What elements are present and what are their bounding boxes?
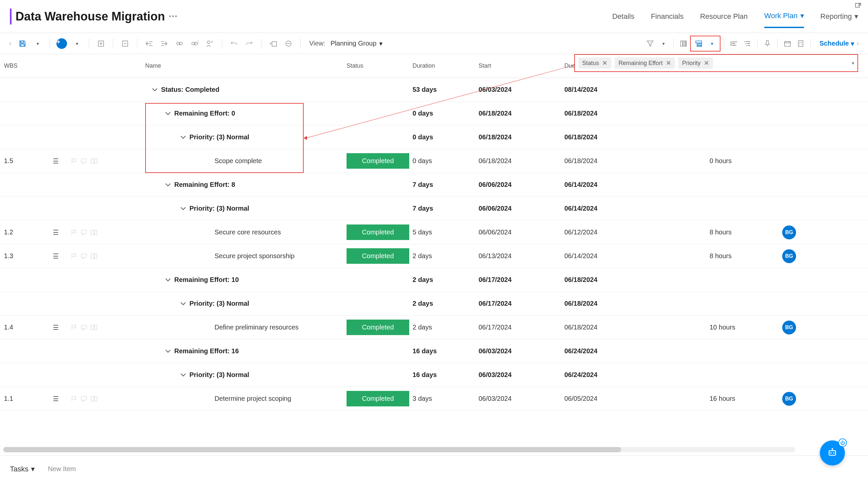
cell-start: 06/17/2024 bbox=[478, 324, 564, 331]
cell-status: Completed bbox=[346, 248, 412, 264]
milestone-button[interactable] bbox=[282, 37, 295, 50]
menu-icon[interactable]: ☰ bbox=[53, 252, 59, 260]
col-duration[interactable]: Duration bbox=[412, 62, 478, 69]
table-row[interactable]: 1.2☰Secure core resourcesCompleted5 days… bbox=[0, 220, 868, 244]
group-row[interactable]: Priority: (3) Normal2 days06/17/202406/1… bbox=[0, 292, 868, 315]
chevron-down-icon[interactable] bbox=[180, 207, 186, 211]
cell-duration: 0 days bbox=[412, 133, 478, 141]
cell-due: 06/18/2024 bbox=[564, 324, 710, 331]
col-wbs[interactable]: WBS bbox=[0, 62, 53, 69]
menu-icon[interactable]: ☰ bbox=[53, 157, 59, 165]
close-icon[interactable]: ✕ bbox=[666, 59, 671, 67]
view-select[interactable]: Planning Group▾ bbox=[331, 40, 382, 48]
group-row[interactable]: Remaining Effort: 102 days06/17/202406/1… bbox=[0, 268, 868, 292]
menu-icon[interactable]: ☰ bbox=[53, 229, 59, 236]
group-by-button[interactable] bbox=[692, 37, 705, 50]
calculator-button[interactable] bbox=[794, 37, 807, 50]
more-icon[interactable]: ••• bbox=[169, 12, 178, 20]
avatar[interactable]: BG bbox=[782, 225, 796, 239]
chevron-down-icon[interactable] bbox=[180, 135, 186, 139]
add-box-button[interactable] bbox=[94, 37, 107, 50]
svg-rect-52 bbox=[81, 325, 87, 329]
chip-remaining-effort[interactable]: Remaining Effort✕ bbox=[615, 57, 675, 69]
indent-button[interactable] bbox=[158, 37, 171, 50]
chevron-down-icon[interactable] bbox=[180, 302, 186, 306]
cell-status: Completed bbox=[346, 391, 412, 406]
close-icon[interactable]: ✕ bbox=[704, 59, 709, 67]
tab-resource-plan[interactable]: Resource Plan bbox=[700, 6, 747, 27]
chevron-down-icon[interactable]: ▾ bbox=[852, 60, 854, 66]
unlink-button[interactable] bbox=[188, 37, 201, 50]
horizontal-scrollbar[interactable] bbox=[3, 447, 796, 452]
tab-details[interactable]: Details bbox=[612, 6, 634, 27]
tasks-dropdown[interactable]: Tasks▾ bbox=[10, 465, 35, 474]
chevron-down-icon[interactable] bbox=[180, 373, 186, 377]
annotation-arrow-head bbox=[304, 136, 307, 140]
assign-button[interactable]: + bbox=[203, 37, 217, 50]
filter-dropdown[interactable]: ▾ bbox=[657, 37, 670, 50]
link-button[interactable] bbox=[173, 37, 186, 50]
cell-duration: 2 days bbox=[412, 324, 478, 331]
power-icon: ⏻ bbox=[838, 439, 847, 447]
chevron-down-icon[interactable] bbox=[165, 349, 171, 353]
table-row[interactable]: 1.3☰Secure project sponsorshipCompleted2… bbox=[0, 244, 868, 268]
group-row[interactable]: Status: Completed53 days06/03/202408/14/… bbox=[0, 78, 868, 102]
remove-button[interactable] bbox=[119, 37, 132, 50]
group-row[interactable]: Remaining Effort: 1616 days06/03/202406/… bbox=[0, 339, 868, 363]
chevron-down-icon[interactable] bbox=[165, 183, 171, 187]
outdent-button[interactable] bbox=[143, 37, 156, 50]
popout-icon[interactable] bbox=[855, 3, 861, 9]
schedule-button[interactable]: Schedule▾ bbox=[819, 40, 854, 48]
calendar-button[interactable] bbox=[781, 37, 794, 50]
add-dropdown[interactable]: ▾ bbox=[70, 37, 84, 50]
table-row[interactable]: 1.5☰Scope completeCompleted0 days06/18/2… bbox=[0, 149, 868, 173]
new-item-button[interactable]: New Item bbox=[48, 465, 75, 473]
group-row[interactable]: Remaining Effort: 87 days06/06/202406/14… bbox=[0, 173, 868, 197]
hierarchy-button[interactable] bbox=[741, 37, 754, 50]
menu-icon[interactable]: ☰ bbox=[53, 395, 59, 403]
table-row[interactable]: 1.4☰Define preliminary resourcesComplete… bbox=[0, 315, 868, 339]
avatar[interactable]: BG bbox=[782, 249, 796, 263]
chevron-down-icon[interactable] bbox=[165, 278, 171, 282]
svg-point-41 bbox=[799, 44, 800, 45]
cell-due: 06/05/2024 bbox=[564, 395, 710, 402]
add-button[interactable]: + bbox=[55, 37, 68, 50]
col-name[interactable]: Name bbox=[145, 62, 346, 69]
flag-icon bbox=[71, 253, 78, 260]
pin-button[interactable] bbox=[761, 37, 774, 50]
group-by-dropdown[interactable]: ▾ bbox=[705, 37, 718, 50]
undo-button[interactable] bbox=[227, 37, 241, 50]
group-row[interactable]: Remaining Effort: 00 days06/18/202406/18… bbox=[0, 102, 868, 125]
chevron-down-icon[interactable] bbox=[152, 88, 158, 92]
chip-priority[interactable]: Priority✕ bbox=[678, 57, 713, 69]
avatar[interactable]: BG bbox=[782, 321, 796, 334]
col-start[interactable]: Start bbox=[478, 62, 564, 69]
redo-button[interactable] bbox=[243, 37, 256, 50]
filter-button[interactable] bbox=[644, 37, 657, 50]
save-button[interactable] bbox=[16, 37, 29, 50]
cell-duration: 7 days bbox=[412, 205, 478, 212]
scrollbar-thumb[interactable] bbox=[3, 447, 621, 452]
goto-today-button[interactable] bbox=[267, 37, 280, 50]
save-dropdown[interactable]: ▾ bbox=[31, 37, 44, 50]
group-row[interactable]: Priority: (3) Normal7 days06/06/202406/1… bbox=[0, 197, 868, 220]
assistant-fab[interactable]: ⏻ bbox=[820, 441, 845, 465]
table-row[interactable]: 1.1☰Determine project scopingCompleted3 … bbox=[0, 387, 868, 411]
avatar[interactable]: BG bbox=[782, 392, 796, 406]
chip-status[interactable]: Status✕ bbox=[578, 57, 611, 69]
col-status[interactable]: Status bbox=[346, 62, 412, 69]
comment-icon bbox=[81, 253, 88, 260]
tab-financials[interactable]: Financials bbox=[651, 6, 683, 27]
chevron-left-icon[interactable]: ‹ bbox=[7, 40, 14, 47]
tab-work-plan[interactable]: Work Plan▾ bbox=[764, 5, 804, 28]
group-row[interactable]: Priority: (3) Normal16 days06/03/202406/… bbox=[0, 363, 868, 387]
group-row[interactable]: Priority: (3) Normal0 days06/18/202406/1… bbox=[0, 125, 868, 149]
chevron-down-icon[interactable] bbox=[165, 112, 171, 116]
cell-name: Status: Completed bbox=[145, 86, 346, 94]
align-left-button[interactable] bbox=[727, 37, 741, 50]
menu-icon[interactable]: ☰ bbox=[53, 324, 59, 331]
tab-reporting[interactable]: Reporting▾ bbox=[820, 6, 858, 27]
chevron-right-icon[interactable]: › bbox=[854, 40, 861, 47]
close-icon[interactable]: ✕ bbox=[602, 59, 607, 67]
columns-button[interactable] bbox=[677, 37, 690, 50]
